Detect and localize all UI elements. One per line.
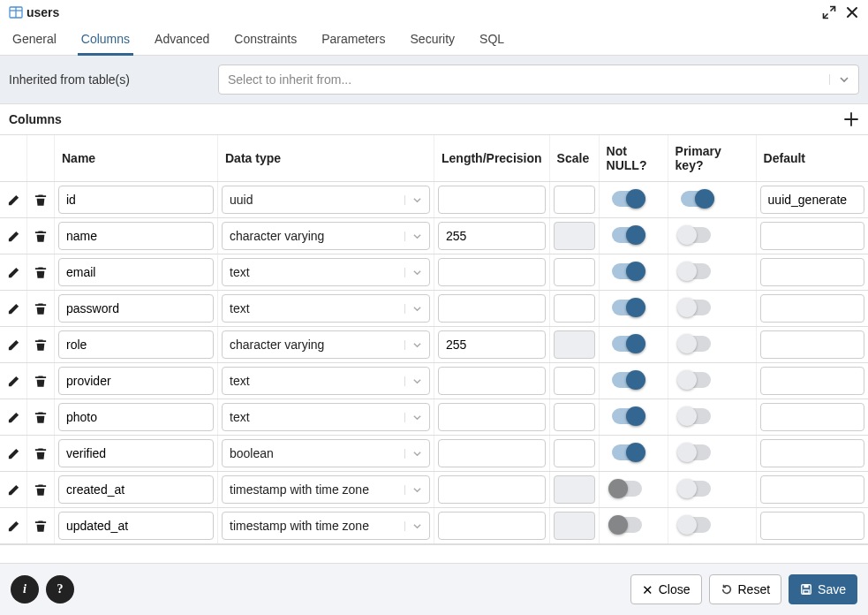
- tab-constraints[interactable]: Constraints: [230, 25, 300, 55]
- edit-row-button[interactable]: [4, 224, 23, 248]
- column-name-input[interactable]: [58, 294, 214, 323]
- column-default-input[interactable]: [760, 439, 864, 467]
- primary-key-toggle[interactable]: [681, 227, 711, 243]
- column-type-select[interactable]: uuid: [222, 186, 430, 214]
- edit-row-button[interactable]: [4, 513, 23, 538]
- not-null-toggle[interactable]: [612, 227, 642, 243]
- add-column-button[interactable]: [843, 111, 859, 127]
- column-type-select[interactable]: character varying: [222, 222, 430, 250]
- column-default-input[interactable]: [760, 403, 864, 431]
- delete-row-button[interactable]: [31, 296, 50, 321]
- column-name-input[interactable]: [58, 367, 214, 395]
- column-length-input[interactable]: [438, 512, 546, 540]
- save-button[interactable]: Save: [789, 574, 857, 604]
- primary-key-toggle[interactable]: [681, 481, 711, 497]
- delete-row-button[interactable]: [31, 405, 50, 429]
- column-type-select[interactable]: text: [222, 258, 430, 286]
- column-scale-input[interactable]: [554, 512, 595, 540]
- not-null-toggle[interactable]: [612, 444, 642, 460]
- reset-button[interactable]: Reset: [709, 574, 782, 604]
- column-default-input[interactable]: [760, 475, 864, 504]
- column-length-input[interactable]: [438, 475, 546, 504]
- column-default-input[interactable]: [760, 294, 864, 323]
- column-length-input[interactable]: [438, 258, 546, 286]
- column-scale-input[interactable]: [554, 367, 595, 395]
- column-type-select[interactable]: timestamp with time zone: [222, 512, 430, 540]
- not-null-toggle[interactable]: [612, 191, 642, 207]
- column-length-input[interactable]: [438, 330, 546, 359]
- primary-key-toggle[interactable]: [681, 263, 711, 279]
- column-default-input[interactable]: [760, 222, 864, 250]
- primary-key-toggle[interactable]: [681, 336, 711, 352]
- tab-security[interactable]: Security: [407, 25, 459, 55]
- column-length-input[interactable]: [438, 294, 546, 323]
- not-null-toggle[interactable]: [612, 336, 642, 352]
- delete-row-button[interactable]: [31, 513, 50, 538]
- column-name-input[interactable]: [58, 403, 214, 431]
- column-type-select[interactable]: text: [222, 294, 430, 323]
- edit-row-button[interactable]: [4, 368, 23, 393]
- tab-columns[interactable]: Columns: [78, 25, 133, 55]
- edit-row-button[interactable]: [4, 441, 23, 466]
- column-default-input[interactable]: [760, 258, 864, 286]
- column-length-input[interactable]: [438, 186, 546, 214]
- column-name-input[interactable]: [58, 330, 214, 359]
- edit-row-button[interactable]: [4, 477, 23, 502]
- column-default-input[interactable]: [760, 186, 864, 214]
- column-name-input[interactable]: [58, 186, 214, 214]
- column-default-input[interactable]: [760, 367, 864, 395]
- column-default-input[interactable]: [760, 330, 864, 359]
- primary-key-toggle[interactable]: [681, 372, 711, 388]
- not-null-toggle[interactable]: [612, 300, 642, 315]
- column-length-input[interactable]: [438, 439, 546, 467]
- column-type-select[interactable]: boolean: [222, 439, 430, 467]
- info-button[interactable]: i: [11, 575, 39, 604]
- delete-row-button[interactable]: [31, 441, 50, 466]
- column-length-input[interactable]: [438, 222, 546, 250]
- primary-key-toggle[interactable]: [681, 191, 711, 207]
- column-name-input[interactable]: [58, 258, 214, 286]
- edit-row-button[interactable]: [4, 405, 23, 429]
- column-type-select[interactable]: character varying: [222, 330, 430, 359]
- edit-row-button[interactable]: [4, 296, 23, 321]
- not-null-toggle[interactable]: [612, 481, 642, 497]
- column-scale-input[interactable]: [554, 186, 595, 214]
- column-default-input[interactable]: [760, 512, 864, 540]
- not-null-toggle[interactable]: [612, 372, 642, 388]
- column-name-input[interactable]: [58, 512, 214, 540]
- tab-general[interactable]: General: [9, 25, 60, 55]
- help-button[interactable]: ?: [46, 575, 74, 604]
- not-null-toggle[interactable]: [612, 263, 642, 279]
- not-null-toggle[interactable]: [612, 408, 642, 424]
- column-scale-input[interactable]: [554, 258, 595, 286]
- primary-key-toggle[interactable]: [681, 517, 711, 533]
- edit-row-button[interactable]: [4, 332, 23, 357]
- column-type-select[interactable]: text: [222, 367, 430, 395]
- column-scale-input[interactable]: [554, 330, 595, 359]
- delete-row-button[interactable]: [31, 477, 50, 502]
- delete-row-button[interactable]: [31, 368, 50, 393]
- tab-advanced[interactable]: Advanced: [151, 25, 213, 55]
- column-length-input[interactable]: [438, 403, 546, 431]
- inherit-select[interactable]: Select to inherit from...: [218, 65, 859, 95]
- column-length-input[interactable]: [438, 367, 546, 395]
- column-scale-input[interactable]: [554, 222, 595, 250]
- edit-row-button[interactable]: [4, 187, 23, 212]
- column-name-input[interactable]: [58, 439, 214, 467]
- column-name-input[interactable]: [58, 222, 214, 250]
- tab-parameters[interactable]: Parameters: [318, 25, 389, 55]
- tab-sql[interactable]: SQL: [476, 25, 508, 55]
- edit-row-button[interactable]: [4, 260, 23, 285]
- close-button[interactable]: ✕ Close: [630, 574, 702, 604]
- column-type-select[interactable]: timestamp with time zone: [222, 475, 430, 504]
- column-scale-input[interactable]: [554, 475, 595, 504]
- delete-row-button[interactable]: [31, 224, 50, 248]
- column-scale-input[interactable]: [554, 403, 595, 431]
- delete-row-button[interactable]: [31, 332, 50, 357]
- primary-key-toggle[interactable]: [681, 444, 711, 460]
- column-type-select[interactable]: text: [222, 403, 430, 431]
- close-icon[interactable]: [845, 5, 859, 19]
- column-scale-input[interactable]: [554, 294, 595, 323]
- not-null-toggle[interactable]: [612, 517, 642, 533]
- delete-row-button[interactable]: [31, 260, 50, 285]
